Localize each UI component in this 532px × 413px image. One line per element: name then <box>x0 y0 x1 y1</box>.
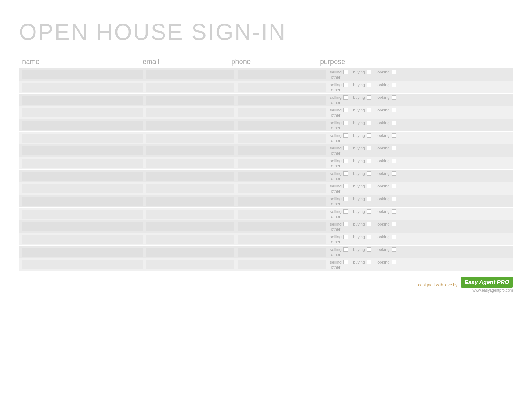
selling-checkbox[interactable] <box>343 197 348 201</box>
buying-checkbox[interactable] <box>367 95 371 100</box>
buying-checkbox[interactable] <box>367 247 371 252</box>
looking-checkbox[interactable] <box>392 209 396 214</box>
selling-checkbox[interactable] <box>343 133 348 138</box>
email-cell[interactable] <box>146 83 234 92</box>
phone-cell[interactable] <box>238 121 326 130</box>
phone-cell[interactable] <box>238 159 326 168</box>
selling-label: selling <box>330 70 342 74</box>
buying-checkbox[interactable] <box>367 171 371 176</box>
name-cell[interactable] <box>22 248 143 257</box>
selling-checkbox[interactable] <box>343 171 348 176</box>
phone-cell[interactable] <box>238 248 326 257</box>
phone-cell[interactable] <box>238 108 326 117</box>
email-cell[interactable] <box>146 222 234 231</box>
email-cell[interactable] <box>146 108 234 117</box>
name-cell[interactable] <box>22 70 143 79</box>
phone-cell[interactable] <box>238 172 326 181</box>
looking-checkbox[interactable] <box>392 95 396 100</box>
name-cell[interactable] <box>22 96 143 105</box>
phone-cell[interactable] <box>238 184 326 193</box>
looking-checkbox[interactable] <box>392 70 396 74</box>
selling-checkbox[interactable] <box>343 247 348 252</box>
phone-cell[interactable] <box>238 260 326 269</box>
email-cell[interactable] <box>146 121 234 130</box>
phone-cell[interactable] <box>238 222 326 231</box>
looking-checkbox[interactable] <box>392 235 396 239</box>
buying-checkbox[interactable] <box>367 159 371 163</box>
looking-checkbox[interactable] <box>392 260 396 264</box>
footer-logo-text: Easy Agent PRO <box>465 279 509 285</box>
email-cell[interactable] <box>146 159 234 168</box>
buying-checkbox[interactable] <box>367 83 371 87</box>
phone-cell[interactable] <box>238 197 326 206</box>
email-cell[interactable] <box>146 172 234 181</box>
email-cell[interactable] <box>146 260 234 269</box>
buying-checkbox[interactable] <box>367 133 371 138</box>
phone-cell[interactable] <box>238 134 326 143</box>
buying-checkbox[interactable] <box>367 197 371 201</box>
buying-checkbox[interactable] <box>367 209 371 214</box>
email-cell[interactable] <box>146 210 234 219</box>
selling-checkbox[interactable] <box>343 95 348 100</box>
email-cell[interactable] <box>146 184 234 193</box>
looking-checkbox[interactable] <box>392 159 396 163</box>
looking-checkbox[interactable] <box>392 247 396 252</box>
phone-cell[interactable] <box>238 146 326 155</box>
email-cell[interactable] <box>146 134 234 143</box>
email-cell[interactable] <box>146 248 234 257</box>
looking-checkbox[interactable] <box>392 121 396 125</box>
phone-cell[interactable] <box>238 70 326 79</box>
purpose-bottom: other: <box>330 201 510 206</box>
selling-checkbox[interactable] <box>343 235 348 239</box>
looking-checkbox[interactable] <box>392 108 396 112</box>
looking-checkbox[interactable] <box>392 222 396 226</box>
selling-checkbox[interactable] <box>343 108 348 112</box>
name-cell[interactable] <box>22 222 143 231</box>
buying-checkbox[interactable] <box>367 222 371 226</box>
selling-checkbox[interactable] <box>343 222 348 226</box>
looking-checkbox[interactable] <box>392 133 396 138</box>
name-cell[interactable] <box>22 197 143 206</box>
looking-checkbox[interactable] <box>392 171 396 176</box>
email-cell[interactable] <box>146 146 234 155</box>
buying-checkbox[interactable] <box>367 184 371 188</box>
looking-checkbox[interactable] <box>392 197 396 201</box>
name-cell[interactable] <box>22 159 143 168</box>
selling-checkbox[interactable] <box>343 83 348 87</box>
email-cell[interactable] <box>146 70 234 79</box>
selling-checkbox[interactable] <box>343 209 348 214</box>
buying-checkbox[interactable] <box>367 121 371 125</box>
looking-checkbox[interactable] <box>392 184 396 188</box>
buying-checkbox[interactable] <box>367 70 371 74</box>
email-cell[interactable] <box>146 235 234 244</box>
looking-checkbox[interactable] <box>392 83 396 87</box>
selling-checkbox[interactable] <box>343 121 348 125</box>
name-cell[interactable] <box>22 146 143 155</box>
purpose-bottom: other: <box>330 239 510 244</box>
selling-checkbox[interactable] <box>343 70 348 74</box>
name-cell[interactable] <box>22 260 143 269</box>
name-cell[interactable] <box>22 172 143 181</box>
selling-checkbox[interactable] <box>343 260 348 264</box>
buying-checkbox[interactable] <box>367 108 371 112</box>
name-cell[interactable] <box>22 134 143 143</box>
looking-checkbox[interactable] <box>392 146 396 150</box>
phone-cell[interactable] <box>238 235 326 244</box>
name-cell[interactable] <box>22 121 143 130</box>
name-cell[interactable] <box>22 184 143 193</box>
selling-checkbox[interactable] <box>343 146 348 150</box>
phone-cell[interactable] <box>238 210 326 219</box>
selling-checkbox[interactable] <box>343 159 348 163</box>
buying-checkbox[interactable] <box>367 260 371 264</box>
selling-checkbox[interactable] <box>343 184 348 188</box>
name-cell[interactable] <box>22 83 143 92</box>
name-cell[interactable] <box>22 108 143 117</box>
phone-cell[interactable] <box>238 83 326 92</box>
email-cell[interactable] <box>146 96 234 105</box>
phone-cell[interactable] <box>238 96 326 105</box>
name-cell[interactable] <box>22 235 143 244</box>
email-cell[interactable] <box>146 197 234 206</box>
name-cell[interactable] <box>22 210 143 219</box>
buying-checkbox[interactable] <box>367 146 371 150</box>
buying-checkbox[interactable] <box>367 235 371 239</box>
